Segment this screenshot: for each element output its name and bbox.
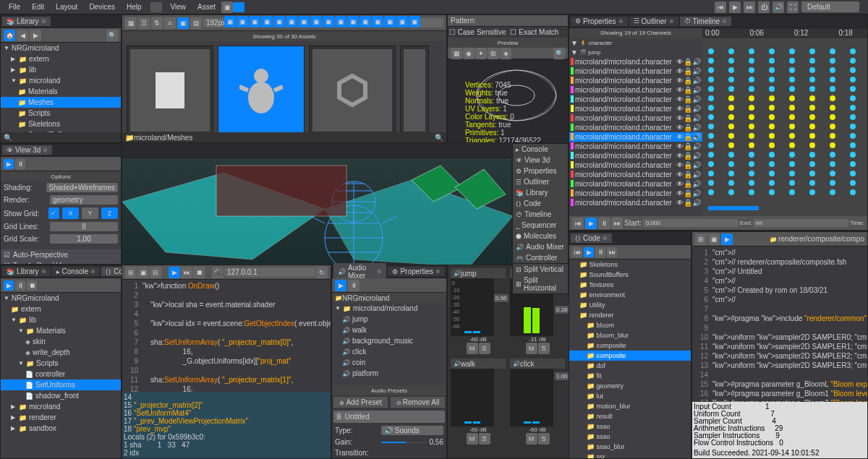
tree-item[interactable]: 📁 SoundBuffers xyxy=(569,270,691,280)
tree-item[interactable]: 📁 motion_blur xyxy=(569,401,691,411)
tree-item[interactable]: 📁 composite xyxy=(569,340,691,351)
tree-item[interactable]: ▼📁 Materials xyxy=(1,325,121,336)
end-field[interactable]: inf xyxy=(753,219,848,227)
tree-item[interactable]: 📁 fit xyxy=(569,371,691,381)
tree-root[interactable]: ▼NRGmicroland xyxy=(1,43,121,53)
menu-devices[interactable]: Devices xyxy=(83,1,121,12)
stop-icon[interactable]: ⏹ xyxy=(27,280,37,291)
view2-icon[interactable]: ▤ xyxy=(190,17,202,29)
case-checkbox[interactable]: ☐ Case Sensitive xyxy=(449,28,506,36)
channel-row[interactable]: microland/microland.character👁🔒🔊 xyxy=(569,85,702,95)
list-icon[interactable]: ☰ xyxy=(138,17,150,29)
auto-checkbox[interactable]: ☑ xyxy=(4,251,10,259)
channel-row[interactable]: microland/microland.character👁🔒🔊 xyxy=(569,189,702,198)
tree-item[interactable]: 📁 bloom xyxy=(569,320,691,330)
tree-item-selected[interactable]: 📁 Meshes xyxy=(1,97,121,108)
search-icon[interactable]: 🔍 xyxy=(435,134,443,142)
channel-row[interactable]: microland/microland.character👁🔒🔊 xyxy=(569,113,702,123)
tree-item[interactable]: 🔊 platform xyxy=(332,368,446,379)
preset-name[interactable]: 🎚 Untitled xyxy=(333,411,445,423)
tab-properties[interactable]: ⚙ Properties ⊗ xyxy=(571,17,628,26)
prev-icon[interactable]: ⏮ xyxy=(715,1,726,13)
stop-icon[interactable]: ⏹ xyxy=(193,267,205,278)
tree-root[interactable]: ▼NRGmicroland xyxy=(1,293,121,304)
timeline-grid[interactable] xyxy=(702,38,867,216)
mute-icon[interactable]: M xyxy=(467,343,478,354)
channel-row[interactable]: microland/microland.character👁🔒🔊 xyxy=(569,142,702,151)
align-icon[interactable]: ≡ xyxy=(164,17,176,29)
gain-slider[interactable] xyxy=(381,442,427,443)
quad-checkbox[interactable]: ☐ xyxy=(4,262,10,264)
preview-tool[interactable]: ◉ xyxy=(463,48,475,59)
channel-row[interactable]: microland/microland.character👁🔒🔊 xyxy=(569,95,702,104)
play-icon[interactable]: ▶ xyxy=(729,1,741,13)
menu-split-h[interactable]: ⊞ Split Horizontal xyxy=(513,275,568,293)
sort-icon[interactable]: ⇅ xyxy=(151,17,163,29)
channel-row[interactable]: microland/microland.character👁🔒🔊 xyxy=(569,57,702,67)
play-icon[interactable]: ▶ xyxy=(169,267,180,278)
search-icon[interactable]: 🔍 xyxy=(106,30,118,41)
menu-item[interactable]: ⚙ Properties xyxy=(513,166,568,176)
solo-icon[interactable]: S xyxy=(479,433,490,445)
tab-library[interactable]: 📚 Library ⊗ xyxy=(2,267,51,276)
tree-item[interactable]: ▶📁 renderer xyxy=(1,412,121,423)
menu-item[interactable]: ⏱ Timeline xyxy=(513,209,568,220)
grid-icon[interactable]: ▦ xyxy=(125,17,137,29)
channel-row[interactable]: microland/microland.character👁🔒🔊 xyxy=(569,132,702,142)
pause-icon[interactable]: ⏸ xyxy=(598,218,610,229)
shading-select[interactable]: Shaded+Wireframes xyxy=(46,183,118,192)
channel-row[interactable]: microland/microland.character👁🔒🔊 xyxy=(569,198,702,207)
tree-item[interactable]: ▶📁 extern xyxy=(1,53,121,64)
play-icon[interactable]: ▶ xyxy=(585,218,597,229)
tool[interactable]: ▣ xyxy=(137,267,149,278)
expand-icon[interactable]: ⛶ xyxy=(787,1,799,13)
pause-icon[interactable]: ⏸ xyxy=(15,280,25,291)
tree-item[interactable]: 📄 shadow_front xyxy=(1,390,121,401)
tree-item-selected[interactable]: 📄 SetUniforms xyxy=(1,379,121,390)
tab-props[interactable]: ⚙ Properties ⊗ xyxy=(388,267,445,276)
rewind-icon[interactable]: ⏮ xyxy=(572,218,584,229)
tree-item[interactable]: 📁 Utility xyxy=(569,300,691,310)
play-icon[interactable]: ▶ xyxy=(335,280,346,291)
tree-item[interactable]: 📁 ssao_blur xyxy=(569,442,691,452)
tab-timeline[interactable]: ⏱ Timeline ⊗ xyxy=(680,17,731,26)
tree-item[interactable]: ▼📁 lib xyxy=(1,314,121,325)
tab-code[interactable]: ⟨⟩ Code ⊗ xyxy=(571,233,612,243)
profile-select[interactable]: Default xyxy=(801,1,859,12)
tree-item[interactable]: ▼📁 microland/microland xyxy=(332,303,446,314)
preview-tool[interactable]: ▦ xyxy=(451,48,462,59)
tab-outliner[interactable]: ☰ Outliner ⊗ xyxy=(629,17,678,26)
tree-item[interactable]: 🔊 click xyxy=(332,346,446,357)
mute-icon[interactable]: M xyxy=(467,433,478,445)
fwd-icon[interactable]: ⏭ xyxy=(611,218,623,229)
viewport[interactable]: [1] geometry: None xyxy=(122,158,512,279)
channel-row[interactable]: microland/microland.character👁🔒🔊 xyxy=(569,170,702,179)
solo-icon[interactable]: S xyxy=(538,433,550,445)
play-icon[interactable]: ▶ xyxy=(4,159,14,169)
channel-row[interactable]: microland/microland.character👁🔒🔊 xyxy=(569,104,702,113)
power-icon[interactable]: ⏻ xyxy=(758,1,770,13)
home-icon[interactable]: 🏠 xyxy=(4,30,15,41)
solo-icon[interactable]: S xyxy=(479,343,490,354)
menu-item[interactable]: ⎯ Sequencer xyxy=(513,220,568,231)
menu-asset[interactable]: Asset xyxy=(192,1,221,12)
solo-icon[interactable]: S xyxy=(538,343,550,354)
menu-help[interactable]: Help xyxy=(121,1,148,12)
tree-item[interactable]: 🔊 coin xyxy=(332,357,446,368)
tree-item[interactable]: 📁 renderer xyxy=(569,310,691,320)
tree-item[interactable]: 📁 Materials xyxy=(1,86,121,97)
menu-item[interactable]: 👁 View 3d xyxy=(513,155,568,166)
menu-item[interactable]: 🔊 Audio Mixer xyxy=(513,241,568,252)
preview-tool[interactable]: ⊞ xyxy=(488,48,499,59)
next-icon[interactable]: ⏭ xyxy=(744,1,755,13)
toolbar-btn[interactable]: ▣ xyxy=(221,1,233,13)
tool[interactable]: ⊞ xyxy=(125,267,137,278)
channel-row[interactable]: microland/microland.character👁🔒🔊 xyxy=(569,151,702,160)
play-icon[interactable]: ▶ xyxy=(4,280,14,291)
tree-item[interactable]: 🔊 background_music xyxy=(332,335,446,346)
menu-item[interactable]: 📚 Library xyxy=(513,187,568,198)
tab-library[interactable]: 📚 Library ⊗ xyxy=(2,17,51,26)
tool[interactable]: ⊟ xyxy=(150,267,161,278)
grid-toggle[interactable]: ✓ xyxy=(48,207,59,219)
preview-tool[interactable]: ◈ xyxy=(500,48,511,59)
